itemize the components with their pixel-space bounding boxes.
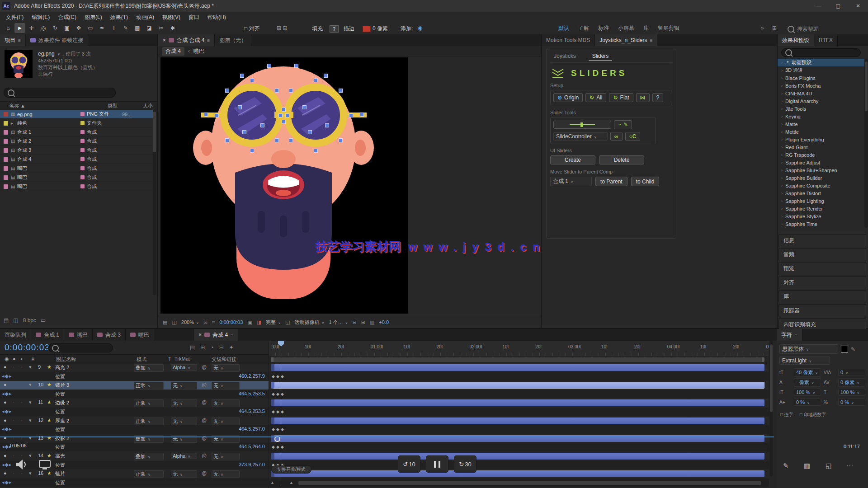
char-attr-value[interactable]: - 像素 ∨ — [794, 378, 821, 387]
project-scrollbar[interactable] — [153, 110, 156, 295]
resolution-select[interactable]: 完整 ∨ — [266, 319, 281, 326]
effects-item[interactable]: ›＊ 动画预设 — [778, 59, 864, 66]
layer-bar-row[interactable] — [269, 363, 769, 372]
mask-visibility-icon[interactable]: ⌗ — [212, 319, 215, 325]
expand-icon[interactable]: ▾ — [29, 418, 32, 423]
keyframe-row[interactable]: ◆◆◆ — [269, 461, 769, 470]
selection-handle[interactable] — [204, 113, 208, 117]
selection-handle[interactable] — [339, 89, 343, 93]
create-button[interactable]: Create — [550, 155, 595, 164]
trkmat-select[interactable]: 无 ∨ — [171, 470, 197, 478]
keyframe-icon[interactable]: ◆ — [272, 409, 275, 414]
orbit-tool-icon[interactable]: ↻ — [50, 23, 61, 33]
keyframe-row[interactable]: ◆◆◆ — [269, 408, 769, 417]
project-row[interactable]: ▤嘴巴合成 — [0, 173, 153, 182]
pen-tool-icon[interactable]: ✒ — [97, 23, 108, 33]
channels-icon[interactable]: ◨ — [257, 319, 261, 325]
stopwatch-icon[interactable]: ◔ — [55, 427, 58, 432]
menu-item[interactable]: 窗口 — [184, 14, 203, 21]
tab-character[interactable]: 字符≡ — [777, 329, 802, 341]
effects-item[interactable]: ›Sapphire Blur+Sharpen — [778, 166, 864, 174]
char-attr-value[interactable]: 0 % ∨ — [838, 399, 865, 406]
project-row[interactable]: ▤合成 4合成 — [0, 155, 153, 164]
trkmat-select[interactable]: Alpha ∨ — [171, 364, 197, 371]
stopwatch-icon[interactable]: ◔ — [55, 463, 58, 468]
slider-widget-button[interactable] — [553, 121, 611, 129]
project-row[interactable]: ▤合成 3合成 — [0, 146, 153, 155]
keyframe-row[interactable]: ◆◆◆ — [269, 390, 769, 399]
brush-tool-icon[interactable]: ✎ — [120, 23, 131, 33]
keyframe-icon[interactable]: ◆ — [281, 445, 284, 449]
selection-handle[interactable] — [215, 113, 219, 117]
project-row[interactable]: ▤嘴巴合成 — [0, 182, 153, 191]
work-area[interactable] — [269, 356, 769, 363]
hide-shy-icon[interactable]: ◔ — [210, 344, 213, 351]
layer-duration-bar[interactable] — [271, 399, 764, 406]
draw-pad-icon[interactable]: ▦ — [804, 462, 810, 470]
selection-handle[interactable] — [267, 64, 271, 68]
selection-handle[interactable] — [240, 74, 244, 78]
selection-handle[interactable] — [275, 138, 279, 142]
selection-handle[interactable] — [242, 130, 246, 134]
delete-button[interactable]: Delete — [599, 155, 644, 164]
layer-row[interactable]: ●··▾10★镜片 3正常 ∨无 ∨@无 ∨ — [0, 381, 269, 390]
more-options-icon[interactable]: ⋯ — [846, 462, 853, 470]
layer-duration-bar[interactable] — [271, 382, 764, 389]
project-row[interactable]: ▤合成 2合成 — [0, 137, 153, 146]
comp-target-select[interactable]: 合成 1 ∨ — [550, 177, 592, 186]
workspace-tab[interactable]: 默认 — [554, 24, 574, 32]
workspace-overflow-icon[interactable]: » — [761, 25, 764, 31]
flat-button[interactable]: ↻Flat — [609, 93, 633, 102]
magnification-icon[interactable]: ◫ — [172, 319, 176, 325]
audio-mute-icon[interactable] — [15, 459, 28, 470]
eye-icon[interactable]: ● — [4, 418, 7, 423]
keyframe-icon[interactable]: ◆ — [276, 392, 279, 396]
effects-item[interactable]: ›Blace Plugins — [778, 74, 864, 82]
timeline-hscrollbar[interactable]: ▲ ▲ — [269, 480, 769, 486]
property-row[interactable]: ◂◆▸◔ 位置464.5,253.5 — [0, 408, 269, 417]
stroke-swatch[interactable] — [363, 26, 371, 32]
pixel-aspect-icon[interactable]: ⊟ — [352, 319, 356, 325]
pan-behind-tool-icon[interactable]: ✥ — [73, 23, 84, 33]
layer-row[interactable]: ●··▾16★镜片正常 ∨无 ∨@无 ∨ — [0, 469, 269, 479]
effects-item[interactable]: ›Sapphire Time — [778, 220, 864, 228]
label-chip[interactable] — [4, 166, 8, 171]
zoom-level[interactable]: 200% ∨ — [181, 319, 199, 325]
layer-row[interactable]: ●··▾13★投影 2叠加 ∨无 ∨@无 ∨ — [0, 434, 269, 443]
panel-header[interactable]: 音频 — [778, 248, 866, 261]
trkmat-select[interactable]: 无 ∨ — [171, 418, 197, 425]
exposure-value[interactable]: +0.0 — [379, 319, 389, 325]
roi-icon[interactable]: ◱ — [285, 319, 290, 325]
expand-icon[interactable]: ▾ — [29, 435, 32, 441]
footage-name[interactable]: eg.png — [38, 51, 55, 57]
always-preview-icon[interactable]: ▤ — [163, 319, 167, 325]
panel-header[interactable]: 信息 — [778, 234, 866, 247]
effects-item[interactable]: ›Sapphire Lighting — [778, 197, 864, 205]
layer-bar-row[interactable] — [269, 417, 769, 426]
help-button[interactable]: ? — [652, 93, 664, 102]
selection-handle[interactable] — [225, 89, 229, 93]
layer-duration-bar[interactable] — [271, 470, 764, 477]
mode-select[interactable]: 正常 ∨ — [134, 382, 164, 389]
layer-duration-bar[interactable] — [271, 418, 764, 424]
layer-row[interactable]: ●··▾9★高光 2叠加 ∨Alpha ∨@无 ∨ — [0, 363, 269, 372]
mode-select[interactable]: 正常 ∨ — [134, 418, 164, 425]
parent-select[interactable]: 无 ∨ — [212, 399, 240, 407]
selection-handle[interactable] — [282, 120, 286, 124]
hand-tool-icon[interactable]: ✛ — [26, 23, 37, 33]
stopwatch-icon[interactable]: ◔ — [55, 445, 58, 450]
eye-icon[interactable]: ● — [4, 435, 7, 441]
link-button[interactable]: ∞ — [610, 132, 623, 141]
puppet-tool-icon[interactable]: ✱ — [167, 23, 178, 33]
selection-handle[interactable] — [308, 130, 312, 134]
mode-select[interactable]: 正常 ∨ — [134, 470, 164, 478]
eye-icon[interactable]: ● — [4, 382, 7, 387]
effects-item[interactable]: ›Sapphire Distort — [778, 189, 864, 197]
eyedropper-icon[interactable]: ✎ — [851, 346, 855, 352]
project-columns[interactable]: 名称 ▲ 类型 大小 — [0, 101, 157, 110]
menu-item[interactable]: 编辑(E) — [28, 14, 54, 21]
selection-handle[interactable] — [275, 89, 279, 93]
tab-layer[interactable]: 图层（无） — [215, 34, 251, 46]
origin-button[interactable]: ⊕Origin — [553, 93, 583, 102]
selection-handle[interactable] — [314, 149, 318, 153]
